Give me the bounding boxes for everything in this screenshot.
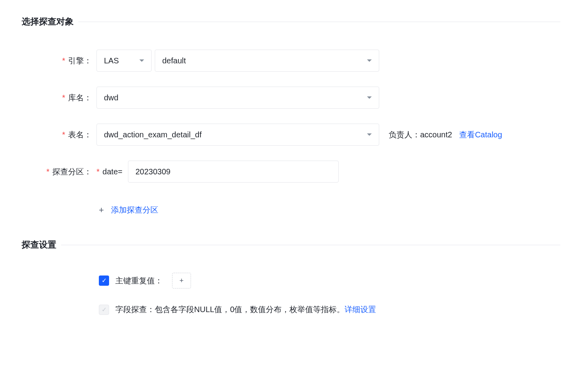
section-settings: 探查设置 ✓ 主键重复值： + ✓ 字段探查：包含各字段NULL值，0值，数值分… <box>22 239 560 315</box>
add-partition-label: 添加探查分区 <box>111 205 158 215</box>
partition-label: * 探查分区： <box>22 166 96 177</box>
section-title: 选择探查对象 <box>22 16 74 28</box>
engine-label: * 引擎： <box>22 55 96 66</box>
plus-icon: + <box>99 206 104 214</box>
engine-select[interactable]: LAS <box>96 50 152 72</box>
date-label: * date= <box>96 167 122 176</box>
divider <box>78 22 560 22</box>
row-db: * 库名： dwd <box>22 87 560 109</box>
db-select[interactable]: dwd <box>96 87 379 109</box>
row-primary-key: ✓ 主键重复值： + <box>99 273 560 288</box>
check-icon: ✓ <box>102 277 107 284</box>
chevron-down-icon <box>367 96 372 99</box>
table-label: * 表名： <box>22 129 96 140</box>
required-asterisk: * <box>62 130 65 139</box>
detail-settings-link[interactable]: 详细设置 <box>345 305 376 314</box>
chevron-down-icon <box>367 133 372 136</box>
table-value: dwd_action_exam_detail_df <box>104 130 202 139</box>
row-engine: * 引擎： LAS default <box>22 50 560 72</box>
required-asterisk: * <box>62 56 65 65</box>
field-probe-label: 字段探查：包含各字段NULL值，0值，数值分布，枚举值等指标。详细设置 <box>115 304 376 315</box>
row-table: * 表名： dwd_action_exam_detail_df 负责人：acco… <box>22 124 560 146</box>
default-select[interactable]: default <box>155 50 379 72</box>
divider <box>61 245 560 245</box>
plus-icon: + <box>180 277 184 285</box>
chevron-down-icon <box>367 59 372 62</box>
row-partition: * 探查分区： * date= <box>22 161 560 183</box>
catalog-link[interactable]: 查看Catalog <box>459 129 502 140</box>
engine-value: LAS <box>104 56 119 65</box>
section-header: 选择探查对象 <box>22 16 560 28</box>
required-asterisk: * <box>96 167 100 176</box>
table-select[interactable]: dwd_action_exam_detail_df <box>96 124 379 146</box>
required-asterisk: * <box>46 167 50 176</box>
owner-text: 负责人：account2 <box>389 129 452 140</box>
field-probe-checkbox[interactable]: ✓ <box>99 305 109 315</box>
primary-key-label: 主键重复值： <box>115 276 163 286</box>
default-value: default <box>162 56 186 65</box>
db-label: * 库名： <box>22 92 96 103</box>
db-value: dwd <box>104 93 119 102</box>
section-select-object: 选择探查对象 * 引擎： LAS default * <box>22 16 560 215</box>
section-header: 探查设置 <box>22 239 560 251</box>
chevron-down-icon <box>139 59 144 62</box>
check-icon: ✓ <box>102 307 107 313</box>
primary-key-checkbox[interactable]: ✓ <box>99 276 109 286</box>
add-partition-button[interactable]: + 添加探查分区 <box>99 205 560 215</box>
partition-date-input[interactable] <box>128 161 339 183</box>
add-primary-key-button[interactable]: + <box>172 273 191 288</box>
required-asterisk: * <box>62 93 65 102</box>
row-field-probe: ✓ 字段探查：包含各字段NULL值，0值，数值分布，枚举值等指标。详细设置 <box>99 304 560 315</box>
section-title: 探查设置 <box>22 239 56 251</box>
